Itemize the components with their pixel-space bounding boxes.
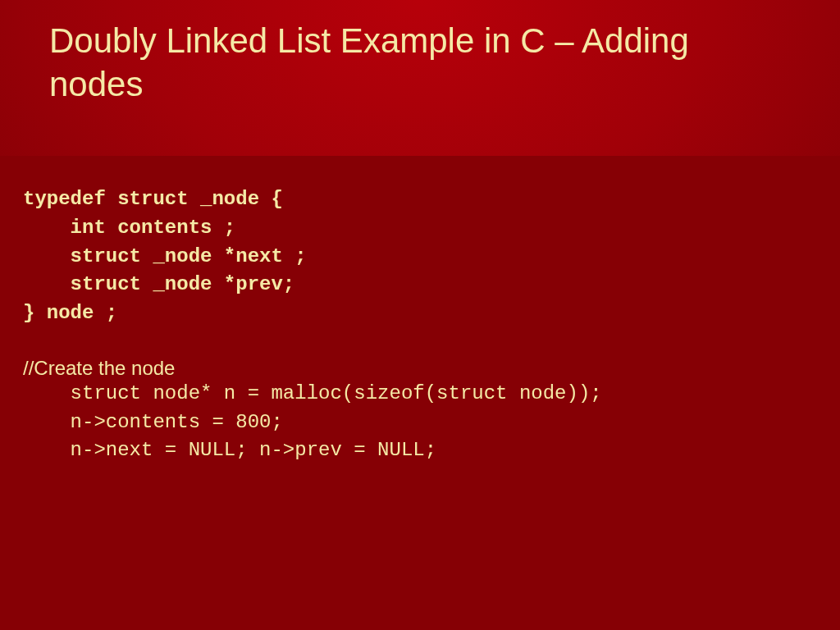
typedef-line-2: int contents ; — [23, 214, 817, 243]
create-line-2: n->contents = 800; — [23, 409, 817, 437]
slide-header: Doubly Linked List Example in C – Adding… — [0, 0, 840, 156]
typedef-line-3: struct _node *next ; — [23, 243, 817, 272]
code-comment: //Create the node — [23, 357, 817, 380]
typedef-line-5: } node ; — [23, 299, 817, 328]
create-line-3: n->next = NULL; n->prev = NULL; — [23, 436, 817, 465]
create-line-1: struct node* n = malloc(sizeof(struct no… — [23, 380, 817, 409]
typedef-line-1: typedef struct _node { — [23, 185, 817, 214]
slide-body: typedef struct _node { int contents ; st… — [0, 156, 840, 465]
blank-line — [23, 328, 817, 357]
typedef-line-4: struct _node *prev; — [23, 271, 817, 299]
slide-title: Doubly Linked List Example in C – Adding… — [49, 20, 791, 106]
